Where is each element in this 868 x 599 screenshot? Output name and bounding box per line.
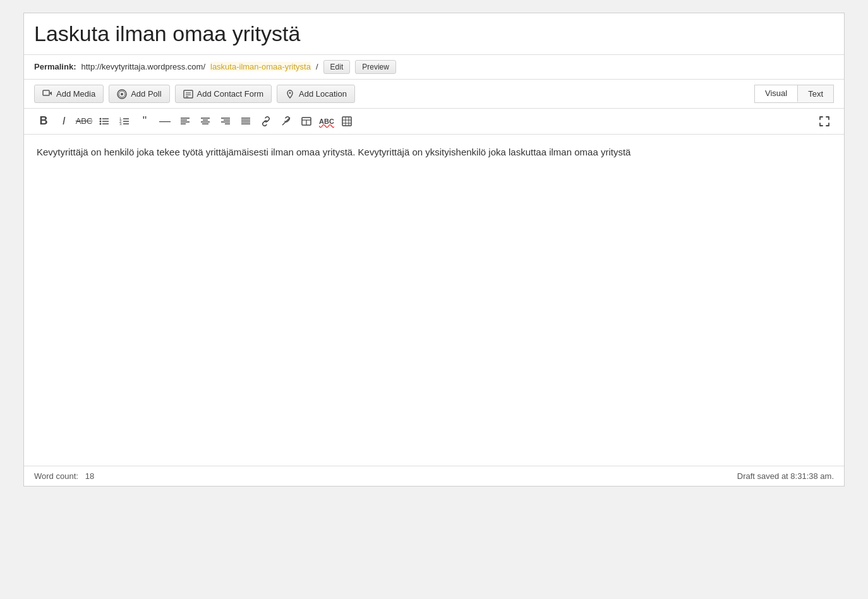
svg-line-38 (282, 118, 290, 125)
spell-check-button[interactable]: ABC (317, 112, 336, 130)
post-title-input[interactable] (34, 21, 834, 47)
add-media-button[interactable]: Add Media (34, 85, 104, 103)
permalink-base-url: http://kevytyrittaja.wordpress.com/ (81, 62, 205, 71)
tab-visual[interactable]: Visual (755, 85, 798, 102)
remove-link-button[interactable] (277, 112, 296, 130)
svg-point-10 (100, 118, 102, 119)
horizontal-rule-button[interactable]: — (155, 112, 174, 130)
align-right-button[interactable] (216, 112, 235, 130)
permalink-preview-button[interactable]: Preview (355, 60, 396, 74)
toolbar2-button[interactable] (297, 112, 316, 130)
italic-button[interactable]: I (54, 112, 73, 130)
svg-point-14 (100, 123, 102, 124)
view-tabs: Visual Text (754, 85, 834, 103)
word-count-area: Word count: 18 (34, 471, 94, 481)
fullscreen-button[interactable] (815, 112, 834, 130)
add-poll-button[interactable]: Add Poll (109, 85, 169, 103)
word-count-label: Word count: (34, 471, 78, 481)
svg-rect-42 (342, 117, 351, 126)
bullet-list-button[interactable] (95, 112, 114, 130)
permalink-slug: laskuta-ilman-omaa-yritysta (210, 62, 311, 71)
add-location-icon (285, 88, 295, 99)
justify-button[interactable] (236, 112, 255, 130)
add-location-label: Add Location (299, 89, 347, 99)
align-center-button[interactable] (196, 112, 215, 130)
permalink-bar: Permalink: http://kevytyrittaja.wordpres… (24, 55, 844, 80)
strikethrough-button[interactable]: ABC (75, 112, 93, 130)
align-left-button[interactable] (176, 112, 195, 130)
svg-point-12 (100, 120, 102, 122)
tab-text[interactable]: Text (798, 85, 833, 102)
media-toolbar: Add Media Add Poll Add Cont (24, 80, 844, 109)
title-area (24, 13, 844, 55)
permalink-suffix: / (316, 62, 318, 71)
editor-content-area[interactable] (24, 135, 844, 463)
svg-text:3.: 3. (119, 122, 123, 126)
insert-link-button[interactable] (256, 112, 275, 130)
add-poll-label: Add Poll (131, 89, 161, 99)
svg-rect-0 (43, 90, 49, 95)
add-contact-form-label: Add Contact Form (197, 89, 264, 99)
svg-point-3 (121, 93, 123, 95)
blockquote-button[interactable]: " (135, 112, 154, 130)
word-count-value: 18 (85, 471, 94, 481)
permalink-label: Permalink: (34, 62, 76, 71)
add-poll-icon (117, 88, 127, 99)
editor-footer: Word count: 18 Draft saved at 8:31:38 am… (24, 466, 844, 486)
editor-wrapper: Permalink: http://kevytyrittaja.wordpres… (23, 13, 845, 487)
draft-status: Draft saved at 8:31:38 am. (737, 471, 834, 481)
bold-button[interactable]: B (34, 112, 53, 130)
add-contact-form-button[interactable]: Add Contact Form (175, 85, 272, 103)
add-contact-form-icon (183, 88, 193, 99)
svg-point-9 (289, 92, 291, 94)
format-toolbar: B I ABC 1. 2. 3. " — (24, 109, 844, 135)
permalink-edit-button[interactable]: Edit (323, 60, 351, 74)
add-location-button[interactable]: Add Location (277, 85, 355, 103)
numbered-list-button[interactable]: 1. 2. 3. (115, 112, 134, 130)
add-media-label: Add Media (56, 89, 95, 99)
table-button[interactable] (337, 112, 356, 130)
add-media-icon (42, 88, 52, 99)
